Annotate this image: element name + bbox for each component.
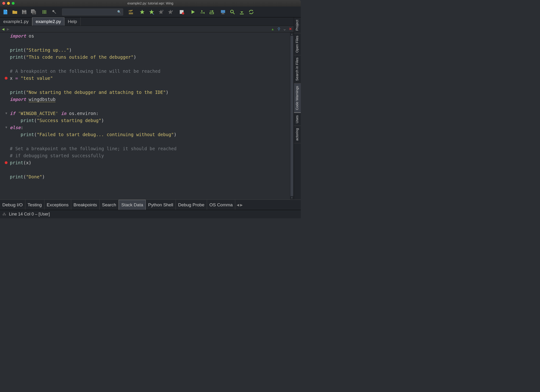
code-line[interactable]	[10, 103, 294, 110]
gutter-row[interactable]	[0, 187, 9, 194]
side-tab[interactable]: actoring	[294, 126, 301, 143]
code-line[interactable]	[10, 39, 294, 46]
save-all-button[interactable]	[30, 9, 37, 15]
code-line[interactable]: else:	[10, 124, 294, 131]
gutter-row[interactable]	[0, 166, 9, 173]
gutter-row[interactable]	[0, 180, 9, 187]
close-editor-button[interactable]: ✕	[289, 27, 292, 31]
breakpoint-icon[interactable]	[5, 161, 8, 164]
bottom-tab[interactable]: Testing	[25, 200, 45, 210]
save-button[interactable]	[21, 9, 28, 15]
gutter-row[interactable]	[0, 103, 9, 110]
code-line[interactable]	[10, 166, 294, 173]
bottom-tab[interactable]: Search	[100, 200, 119, 210]
side-tab[interactable]: Uses	[294, 113, 301, 126]
new-file-button[interactable]	[2, 9, 9, 15]
code-line[interactable]: # Set a breakpoint on the following line…	[10, 145, 294, 152]
code-line[interactable]	[10, 138, 294, 145]
step-into-button[interactable]	[208, 9, 215, 15]
bookmark-next-button[interactable]	[167, 9, 174, 15]
code-line[interactable]: print("This code runs outside of the deb…	[10, 54, 294, 61]
gutter-row[interactable]	[0, 39, 9, 46]
indent-guide-button[interactable]	[41, 9, 48, 15]
gutter-row[interactable]	[0, 61, 9, 68]
scroll-up-arrow[interactable]: ▴	[290, 32, 294, 36]
minimize-window-button[interactable]	[7, 2, 10, 5]
code-line[interactable]	[10, 61, 294, 68]
code-line[interactable]: # if debugging started successfully	[10, 152, 294, 159]
file-tab[interactable]: example1.py	[0, 17, 32, 26]
bookmark-add-button[interactable]	[148, 9, 155, 15]
bookmark-button[interactable]	[139, 9, 146, 15]
stop-button[interactable]	[178, 9, 185, 15]
editor-gutter[interactable]: ▽▽	[0, 32, 9, 200]
code-line[interactable]: if 'WINGDB_ACTIVE' in os.environ:	[10, 110, 294, 117]
bottom-tab[interactable]: Python Shell	[146, 200, 176, 210]
bottom-tab[interactable]: Breakpoints	[71, 200, 100, 210]
code-line[interactable]: print("Now starting the debugger and att…	[10, 89, 294, 96]
gutter-row[interactable]	[0, 68, 9, 75]
code-line[interactable]: # A breakpoint on the following line wil…	[10, 68, 294, 75]
code-line[interactable]: import wingdbstub	[10, 96, 294, 103]
vertical-scrollbar[interactable]: ▴ ▾	[290, 32, 294, 200]
refresh-button[interactable]	[248, 9, 255, 15]
nav-back-button[interactable]: ◀	[2, 27, 5, 31]
warning-icon[interactable]: ▲	[271, 27, 274, 31]
code-content[interactable]: import osprint("Starting up...")print("T…	[9, 32, 294, 200]
code-line[interactable]	[10, 82, 294, 89]
toolbar-search[interactable]: 🔍	[62, 9, 123, 15]
file-tab[interactable]: example2.py	[32, 17, 65, 26]
code-line[interactable]: print("Failed to start debug... continui…	[10, 131, 294, 138]
scroll-thumb[interactable]	[290, 36, 293, 196]
gutter-row[interactable]	[0, 89, 9, 96]
replace-button[interactable]: AB	[127, 9, 135, 15]
bookmark-prev-button[interactable]	[157, 9, 165, 15]
bottom-tab[interactable]: Debug Probe	[176, 200, 207, 210]
step-over-button[interactable]	[199, 9, 206, 15]
gutter-row[interactable]	[0, 117, 9, 124]
side-tab[interactable]: Open Files	[294, 33, 301, 55]
side-tab[interactable]: Project	[294, 17, 301, 33]
bottom-tab[interactable]: OS Comma	[207, 200, 235, 210]
search-input[interactable]	[64, 10, 117, 14]
code-line[interactable]: x = "test value"	[10, 75, 294, 82]
side-tab[interactable]: Code Warnings	[294, 83, 301, 113]
gutter-row[interactable]	[0, 145, 9, 152]
gutter-row[interactable]	[0, 75, 9, 82]
side-tab[interactable]: Search in Files	[294, 55, 301, 83]
gutter-row[interactable]: ▽	[0, 124, 9, 131]
bug-icon[interactable]: ⁂	[2, 212, 6, 216]
gutter-row[interactable]	[0, 32, 9, 39]
fold-marker-icon[interactable]: ▽	[5, 110, 7, 117]
dropdown-icon[interactable]: ⌵	[284, 27, 285, 31]
code-line[interactable]	[10, 187, 294, 194]
goto-button[interactable]	[51, 9, 58, 15]
close-window-button[interactable]	[2, 2, 5, 5]
gutter-row[interactable]	[0, 131, 9, 138]
run-button[interactable]	[189, 9, 196, 15]
gutter-row[interactable]	[0, 138, 9, 145]
download-button[interactable]	[238, 9, 245, 15]
gutter-row[interactable]	[0, 96, 9, 103]
open-file-button[interactable]	[11, 9, 18, 15]
gutter-row[interactable]	[0, 152, 9, 159]
code-line[interactable]: print("Done")	[10, 173, 294, 180]
bottom-tab[interactable]: Stack Data	[119, 200, 146, 210]
file-tab[interactable]: Help	[64, 17, 80, 26]
code-line[interactable]: print("Success starting debug")	[10, 117, 294, 124]
bottom-tabs-next[interactable]: ▶	[240, 203, 243, 207]
gutter-row[interactable]	[0, 82, 9, 89]
fold-marker-icon[interactable]: ▽	[5, 124, 7, 131]
bottom-tab[interactable]: Debug I/O	[0, 200, 25, 210]
maximize-window-button[interactable]	[12, 2, 15, 5]
code-line[interactable]: print(x)	[10, 159, 294, 166]
code-line[interactable]: print("Starting up...")	[10, 46, 294, 54]
gutter-row[interactable]	[0, 46, 9, 54]
breakpoint-icon[interactable]	[5, 77, 8, 80]
code-line[interactable]	[10, 180, 294, 187]
scroll-down-arrow[interactable]: ▾	[290, 196, 294, 200]
gutter-row[interactable]	[0, 159, 9, 166]
bottom-tab[interactable]: Exceptions	[45, 200, 71, 210]
gutter-row[interactable]	[0, 54, 9, 61]
code-editor[interactable]: ▽▽ import osprint("Starting up...")print…	[0, 32, 294, 200]
